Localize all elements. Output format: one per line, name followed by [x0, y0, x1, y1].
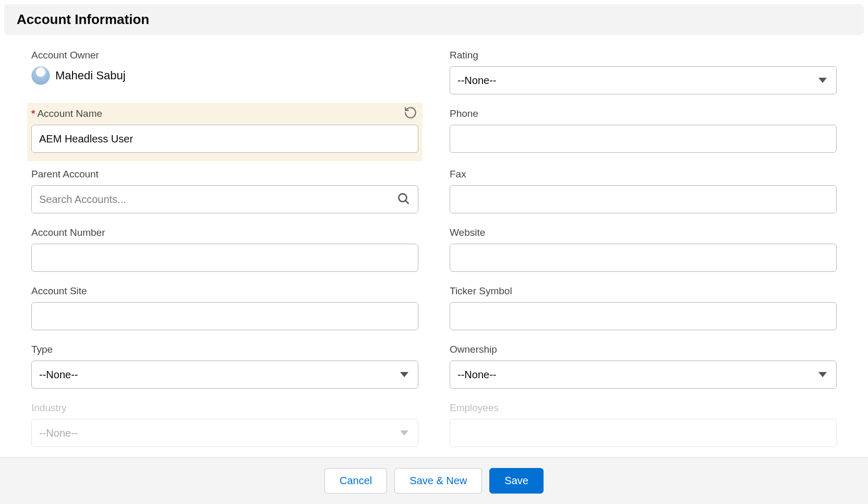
save-button[interactable]: Save — [489, 468, 544, 494]
chevron-down-icon — [400, 372, 408, 377]
phone-input[interactable] — [450, 125, 837, 153]
fax-field: Fax — [450, 169, 837, 213]
account-name-field: *Account Name — [27, 103, 423, 161]
section-header: Account Information — [4, 4, 864, 35]
type-label: Type — [31, 344, 418, 355]
account-site-input[interactable] — [31, 302, 418, 330]
account-name-input[interactable] — [31, 125, 418, 153]
account-number-label: Account Number — [31, 227, 418, 238]
industry-select[interactable]: --None-- — [31, 419, 418, 447]
employees-label: Employees — [450, 402, 837, 414]
account-number-input[interactable] — [31, 244, 418, 272]
form-grid: Account Owner Mahedi Sabuj Rating --None… — [0, 39, 868, 461]
account-owner-field: Account Owner Mahedi Sabuj — [31, 50, 418, 94]
industry-label: Industry — [31, 402, 418, 414]
type-field: Type --None-- — [31, 344, 418, 389]
section-title: Account Information — [17, 11, 851, 28]
website-label: Website — [450, 227, 837, 238]
ownership-select[interactable]: --None-- — [450, 361, 837, 389]
website-field: Website — [450, 227, 837, 272]
cancel-button[interactable]: Cancel — [324, 468, 387, 494]
ownership-value: --None-- — [457, 369, 496, 381]
account-owner-value: Mahedi Sabuj — [31, 66, 418, 85]
parent-account-input[interactable] — [31, 185, 418, 213]
ticker-label: Ticker Symbol — [450, 285, 837, 297]
account-site-label: Account Site — [31, 285, 418, 297]
owner-name: Mahedi Sabuj — [55, 69, 126, 82]
chevron-down-icon — [818, 78, 827, 83]
fax-label: Fax — [450, 169, 837, 180]
type-select[interactable]: --None-- — [31, 361, 418, 389]
required-icon: * — [31, 108, 35, 119]
search-icon[interactable] — [396, 191, 410, 207]
footer-bar: Cancel Save & New Save — [0, 457, 868, 504]
parent-account-label: Parent Account — [31, 169, 418, 180]
account-site-field: Account Site — [31, 285, 418, 330]
phone-field: Phone — [450, 108, 837, 155]
rating-field: Rating --None-- — [450, 50, 837, 94]
employees-field: Employees — [450, 402, 837, 447]
employees-input[interactable] — [450, 419, 837, 447]
save-new-button[interactable]: Save & New — [394, 468, 482, 494]
fax-input[interactable] — [450, 185, 837, 213]
ticker-input[interactable] — [450, 302, 837, 330]
website-input[interactable] — [450, 244, 837, 272]
account-name-label: *Account Name — [31, 108, 418, 119]
rating-select[interactable]: --None-- — [450, 66, 837, 94]
account-owner-label: Account Owner — [31, 50, 418, 61]
chevron-down-icon — [818, 372, 827, 377]
account-number-field: Account Number — [31, 227, 418, 272]
ownership-label: Ownership — [450, 344, 837, 355]
type-value: --None-- — [39, 369, 78, 381]
chevron-down-icon — [400, 430, 408, 436]
ticker-field: Ticker Symbol — [450, 285, 837, 330]
avatar-icon — [31, 66, 50, 85]
industry-field: Industry --None-- — [31, 402, 418, 447]
industry-value: --None-- — [39, 427, 78, 439]
undo-icon[interactable] — [404, 106, 417, 122]
parent-account-field: Parent Account — [31, 169, 418, 213]
svg-line-1 — [405, 200, 408, 203]
ownership-field: Ownership --None-- — [450, 344, 837, 389]
rating-value: --None-- — [457, 75, 496, 87]
rating-label: Rating — [450, 50, 837, 61]
phone-label: Phone — [450, 108, 837, 119]
